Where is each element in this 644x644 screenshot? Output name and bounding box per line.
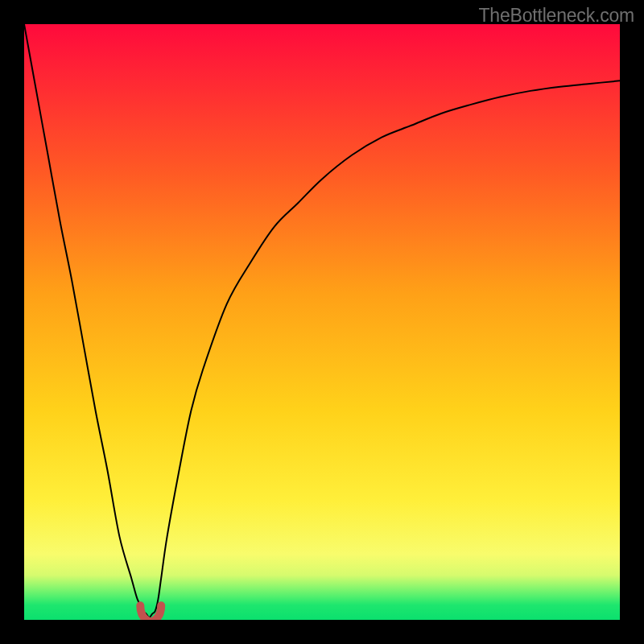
min-marker-shape <box>140 605 161 620</box>
plot-area <box>24 24 620 620</box>
min-marker <box>140 605 161 620</box>
chart-container: TheBottleneck.com <box>0 0 644 644</box>
attribution-label: TheBottleneck.com <box>479 5 634 27</box>
bottleneck-curve <box>24 24 620 617</box>
chart-svg <box>24 24 620 620</box>
curve-line <box>24 24 620 617</box>
